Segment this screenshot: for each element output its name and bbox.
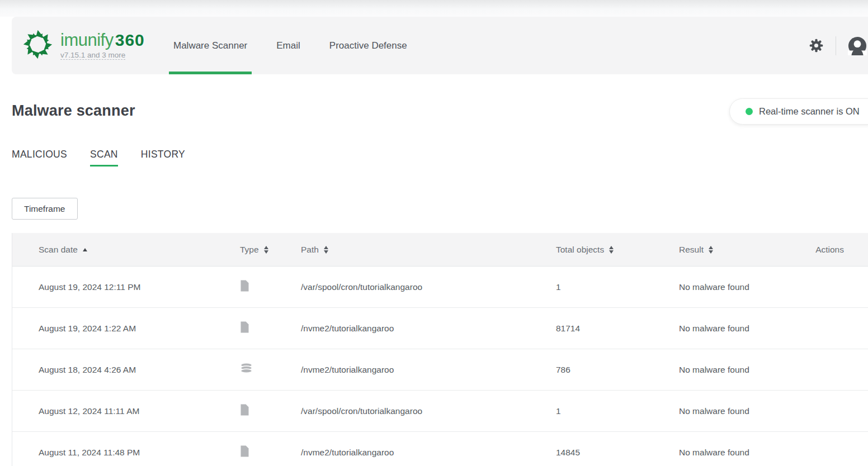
- header-divider: [836, 36, 836, 55]
- tab-scan[interactable]: SCAN: [90, 148, 118, 161]
- top-gradient-strip: [0, 0, 868, 17]
- realtime-status-label: Real-time scanner is ON: [759, 106, 860, 117]
- sort-asc-icon: [83, 248, 87, 251]
- scan-date-cell: August 18, 2024 4:26 AM: [12, 365, 227, 375]
- sort-icon: [609, 246, 614, 254]
- tab-history[interactable]: HISTORY: [141, 148, 185, 161]
- column-header-scan-date[interactable]: Scan date: [12, 245, 227, 255]
- main-nav: Malware Scanner Email Proactive Defense: [159, 17, 422, 74]
- path-cell: /nvme2/tutorialkangaroo: [301, 448, 556, 458]
- nav-item-label: Proactive Defense: [329, 40, 407, 51]
- page-title: Malware scanner: [12, 102, 135, 120]
- file-icon: [240, 280, 249, 294]
- scan-history-table: Scan date Type Path Total objects Result…: [12, 233, 868, 466]
- brand-line: imunify 360: [60, 31, 145, 49]
- file-icon: [240, 404, 249, 418]
- logo-text-block: imunify 360 v7.15.1 and 3 more: [60, 31, 145, 60]
- column-label: Path: [301, 245, 319, 255]
- tab-malicious[interactable]: MALICIOUS: [12, 148, 67, 161]
- type-cell: [227, 445, 301, 459]
- status-dot-icon: [746, 108, 753, 115]
- column-header-type[interactable]: Type: [227, 245, 301, 255]
- type-cell: [227, 363, 301, 377]
- column-label: Result: [679, 245, 704, 255]
- table-body: August 19, 2024 12:11 PM: [12, 267, 868, 466]
- imunify360-app: imunify 360 v7.15.1 and 3 more Malware S…: [0, 0, 868, 466]
- type-cell: [227, 280, 301, 294]
- file-icon: [240, 321, 249, 335]
- result-cell: No malware found: [679, 448, 814, 458]
- header-right-controls: [809, 17, 867, 74]
- path-cell: /nvme2/tutorialkangaroo: [301, 365, 556, 375]
- table-row[interactable]: August 19, 2024 12:11 PM: [12, 267, 868, 308]
- tab-label: MALICIOUS: [12, 149, 67, 160]
- version-link[interactable]: v7.15.1 and 3 more: [60, 51, 125, 60]
- user-avatar-icon[interactable]: [848, 36, 867, 55]
- result-cell: No malware found: [679, 282, 814, 292]
- total-objects-cell: 14845: [556, 448, 679, 458]
- table-row[interactable]: August 18, 2024 4:26 AM: [12, 349, 868, 391]
- column-label: Actions: [815, 245, 844, 255]
- imunify-pinwheel-icon: [22, 28, 54, 63]
- nav-item-label: Malware Scanner: [173, 40, 247, 51]
- total-objects-cell: 81714: [556, 324, 679, 334]
- tab-label: HISTORY: [141, 149, 185, 160]
- scan-date-cell: August 19, 2024 12:11 PM: [12, 282, 227, 292]
- type-cell: [227, 404, 301, 418]
- result-cell: No malware found: [679, 406, 814, 416]
- table-row[interactable]: August 11, 2024 11:48 PM: [12, 432, 868, 466]
- column-header-result[interactable]: Result: [679, 245, 814, 255]
- realtime-scanner-badge[interactable]: Real-time scanner is ON: [729, 98, 868, 125]
- table-row[interactable]: August 12, 2024 11:11 AM: [12, 391, 868, 432]
- sort-icon: [709, 246, 713, 254]
- nav-item-proactive-defense[interactable]: Proactive Defense: [315, 17, 422, 74]
- brand-name: imunify: [60, 31, 114, 49]
- column-header-actions: Actions: [814, 245, 868, 255]
- column-label: Type: [240, 245, 259, 255]
- sort-icon: [264, 246, 268, 254]
- nav-item-label: Email: [276, 40, 300, 51]
- scan-date-cell: August 11, 2024 11:48 PM: [12, 448, 227, 458]
- nav-item-email[interactable]: Email: [262, 17, 315, 74]
- timeframe-button[interactable]: Timeframe: [12, 198, 78, 220]
- scan-date-cell: August 12, 2024 11:11 AM: [12, 406, 227, 416]
- settings-gear-icon[interactable]: [809, 38, 824, 53]
- result-cell: No malware found: [679, 324, 814, 334]
- sort-icon: [324, 246, 328, 254]
- total-objects-cell: 786: [556, 365, 679, 375]
- column-header-path[interactable]: Path: [301, 245, 556, 255]
- nav-item-malware-scanner[interactable]: Malware Scanner: [159, 17, 262, 74]
- type-cell: [227, 321, 301, 335]
- brand-suffix: 360: [115, 32, 145, 49]
- database-icon: [240, 363, 253, 377]
- tab-label: SCAN: [90, 149, 118, 160]
- table-row[interactable]: August 19, 2024 1:22 AM: [12, 308, 868, 349]
- path-cell: /nvme2/tutorialkangaroo: [301, 324, 556, 334]
- imunify360-logo[interactable]: imunify 360 v7.15.1 and 3 more: [22, 17, 150, 74]
- column-label: Scan date: [39, 245, 78, 255]
- file-icon: [240, 445, 249, 459]
- table-header-row: Scan date Type Path Total objects Result…: [12, 233, 868, 267]
- total-objects-cell: 1: [556, 406, 679, 416]
- scanner-tabs: MALICIOUS SCAN HISTORY: [12, 148, 208, 161]
- column-label: Total objects: [556, 245, 604, 255]
- scan-date-cell: August 19, 2024 1:22 AM: [12, 324, 227, 334]
- app-header: imunify 360 v7.15.1 and 3 more Malware S…: [12, 17, 868, 74]
- result-cell: No malware found: [679, 365, 814, 375]
- total-objects-cell: 1: [556, 282, 679, 292]
- column-header-total-objects[interactable]: Total objects: [556, 245, 679, 255]
- path-cell: /var/spool/cron/tutorialkangaroo: [301, 406, 556, 416]
- path-cell: /var/spool/cron/tutorialkangaroo: [301, 282, 556, 292]
